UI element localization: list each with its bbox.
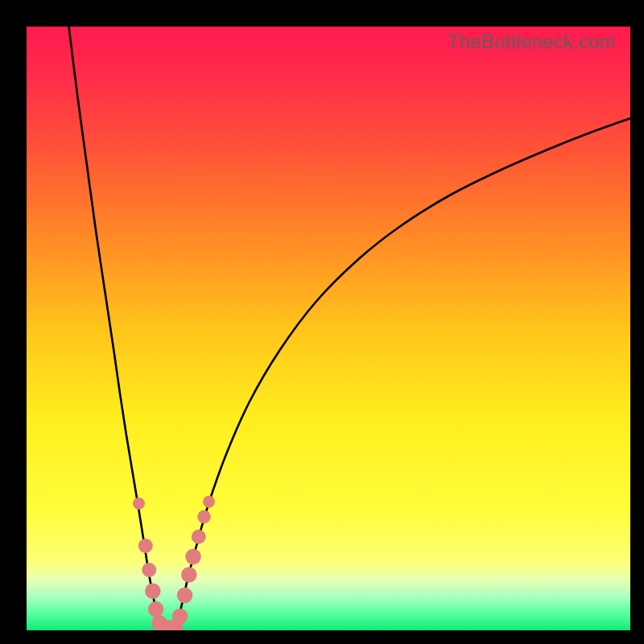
scatter-dot: [203, 496, 215, 508]
chart-svg: [27, 27, 630, 630]
curve-left: [69, 27, 162, 627]
scatter-dot: [145, 584, 161, 599]
scatter-dot: [148, 601, 164, 617]
scatter-dot: [133, 497, 145, 510]
scatter-dot: [185, 549, 201, 565]
scatter-dot: [197, 510, 211, 523]
scatter-dot: [142, 563, 156, 577]
scatter-dot: [138, 539, 153, 553]
scatter-dot: [192, 530, 206, 544]
plot-area: TheBottleneck.com: [27, 27, 630, 630]
scatter-markers: [133, 496, 215, 630]
scatter-dot: [177, 588, 193, 604]
outer-frame: TheBottleneck.com: [0, 0, 644, 644]
scatter-dot: [181, 567, 197, 583]
curve-right: [176, 118, 630, 627]
scatter-dot: [172, 609, 188, 625]
